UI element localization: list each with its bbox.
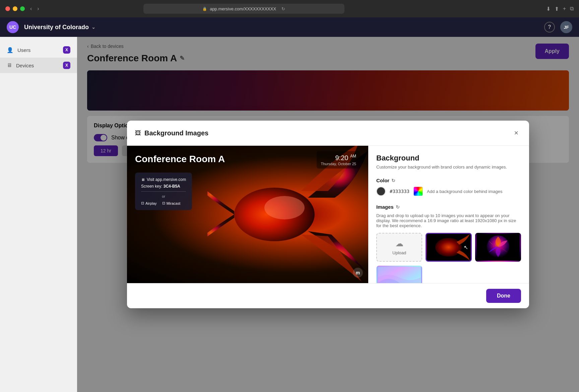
user-avatar[interactable]: JF bbox=[560, 21, 572, 33]
content-area: Apply ‹ Back to devices Conference Room … bbox=[77, 37, 579, 392]
minimize-traffic-light[interactable] bbox=[13, 6, 17, 11]
sidebar: 👤 Users X 🖥 Devices X bbox=[0, 37, 77, 392]
org-dropdown-icon[interactable]: ⌄ bbox=[91, 24, 95, 30]
images-label-row: Images ↻ bbox=[376, 204, 521, 210]
preview-image: Conference Room A 9:20 AM Thursday, Octo… bbox=[127, 146, 368, 283]
preview-info-box: 🖥 Visit app.mersive.com Screen key: 3C4-… bbox=[135, 173, 192, 210]
modal-title: Background Images bbox=[144, 129, 508, 137]
images-reset-icon[interactable]: ↻ bbox=[396, 204, 400, 210]
miracast-label: Miracast bbox=[167, 201, 181, 205]
airplay-icon: ⊡ bbox=[141, 201, 144, 205]
airplay-option: ⊡ Airplay bbox=[141, 201, 157, 205]
upload-label: Upload bbox=[392, 250, 406, 255]
modal-body: Conference Room A 9:20 AM Thursday, Octo… bbox=[127, 146, 529, 283]
main-layout: 👤 Users X 🖥 Devices X Apply ‹ Back to de… bbox=[0, 37, 579, 392]
color-label-row: Color ↻ bbox=[376, 178, 521, 183]
forward-button[interactable]: › bbox=[36, 4, 40, 13]
browser-chrome: ‹ › 🔒 app.mersive.com/XXXXXXXXXXX ↻ ⬇ ⬆ … bbox=[0, 0, 579, 17]
sidebar-item-devices[interactable]: 🖥 Devices X bbox=[0, 58, 77, 73]
org-name: University of Colorado ⌄ bbox=[24, 24, 95, 31]
image-thumb-2[interactable] bbox=[475, 233, 521, 262]
new-tab-icon[interactable]: + bbox=[563, 6, 566, 12]
preview-panel: Conference Room A 9:20 AM Thursday, Octo… bbox=[127, 146, 368, 283]
sidebar-item-users[interactable]: 👤 Users X bbox=[0, 42, 77, 58]
modal-header: 🖼 Background Images × bbox=[127, 121, 529, 146]
tabs-icon[interactable]: ⧉ bbox=[570, 6, 574, 12]
sidebar-label-devices: Devices bbox=[16, 63, 34, 68]
users-badge: X bbox=[63, 46, 70, 54]
images-row2 bbox=[376, 266, 521, 283]
share-icon[interactable]: ⬆ bbox=[555, 6, 559, 12]
miracast-icon: ⊡ bbox=[162, 201, 165, 205]
browser-right-controls: ⬇ ⬆ + ⧉ bbox=[546, 6, 574, 12]
org-avatar: UC bbox=[7, 21, 19, 33]
browser-nav-controls: ‹ › bbox=[29, 4, 41, 13]
image-thumb-1[interactable]: ↖ bbox=[426, 233, 471, 262]
users-icon: 👤 bbox=[7, 47, 13, 53]
screen-key-value: 3C4-B5A bbox=[164, 184, 180, 189]
modal-close-button[interactable]: × bbox=[511, 127, 521, 139]
settings-section-title: Background bbox=[376, 154, 521, 162]
color-picker-button[interactable] bbox=[413, 187, 423, 196]
image-thumb-3[interactable] bbox=[376, 266, 422, 283]
color-swatch[interactable] bbox=[376, 187, 386, 196]
clock-ampm: AM bbox=[350, 154, 356, 158]
or-label: or bbox=[141, 194, 186, 198]
monitor-icon: 🖥 bbox=[141, 178, 145, 182]
address-bar[interactable]: 🔒 app.mersive.com/XXXXXXXXXXX ↻ bbox=[143, 4, 344, 14]
upload-slot[interactable]: ☁ Upload bbox=[376, 233, 422, 262]
settings-panel: Background Customize your background wit… bbox=[368, 146, 529, 283]
images-desc: Drag and drop to upload up to 10 images … bbox=[376, 213, 521, 228]
preview-logo: m bbox=[353, 268, 363, 278]
sidebar-label-users: Users bbox=[17, 47, 30, 53]
airplay-label: Airplay bbox=[145, 201, 157, 205]
preview-clock: 9:20 AM Thursday, October 25 bbox=[317, 151, 360, 169]
maximize-traffic-light[interactable] bbox=[20, 6, 25, 11]
svg-point-1 bbox=[264, 196, 305, 219]
download-icon[interactable]: ⬇ bbox=[546, 6, 551, 12]
preview-visit-label: Visit app.mersive.com bbox=[147, 177, 186, 182]
upload-icon: ☁ bbox=[395, 239, 403, 248]
clock-date: Thursday, October 25 bbox=[321, 162, 356, 166]
preview-site-row: 🖥 Visit app.mersive.com bbox=[141, 177, 186, 182]
header-right: ? JF bbox=[544, 21, 572, 33]
color-hint: Add a background color behind images bbox=[427, 189, 502, 194]
done-button[interactable]: Done bbox=[486, 289, 521, 303]
devices-icon: 🖥 bbox=[7, 62, 12, 68]
background-images-modal: 🖼 Background Images × bbox=[127, 121, 529, 308]
screen-key-label: Screen key: bbox=[141, 184, 162, 189]
preview-divider bbox=[141, 191, 186, 192]
preview-room-name: Conference Room A bbox=[135, 154, 225, 165]
miracast-option: ⊡ Miracast bbox=[162, 201, 181, 205]
help-button[interactable]: ? bbox=[544, 22, 555, 32]
modal-footer: Done bbox=[127, 283, 529, 308]
modal-overlay: 🖼 Background Images × bbox=[77, 37, 579, 392]
modal-title-icon: 🖼 bbox=[135, 130, 141, 137]
images-grid: ☁ Upload bbox=[376, 233, 521, 262]
svg-point-3 bbox=[435, 238, 462, 257]
preview-cast-row: ⊡ Airplay ⊡ Miracast bbox=[141, 201, 186, 205]
url-text: app.mersive.com/XXXXXXXXXXX bbox=[210, 6, 276, 11]
color-value: #333333 bbox=[390, 189, 409, 194]
color-reset-icon[interactable]: ↻ bbox=[391, 178, 395, 183]
lock-icon: 🔒 bbox=[202, 7, 207, 11]
app-header: UC University of Colorado ⌄ ? JF bbox=[0, 17, 579, 37]
clock-time: 9:20 AM bbox=[321, 154, 356, 162]
preview-screen-key-row: Screen key: 3C4-B5A bbox=[141, 184, 186, 189]
close-traffic-light[interactable] bbox=[5, 6, 10, 11]
devices-badge: X bbox=[63, 62, 70, 69]
traffic-lights bbox=[5, 6, 25, 11]
reload-icon[interactable]: ↻ bbox=[281, 6, 285, 11]
color-row: #333333 Add a background color behind im… bbox=[376, 187, 521, 196]
settings-section-desc: Customize your background with brand col… bbox=[376, 165, 521, 170]
back-button[interactable]: ‹ bbox=[29, 4, 33, 13]
